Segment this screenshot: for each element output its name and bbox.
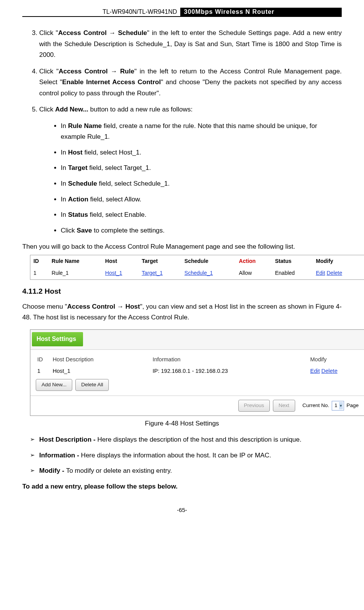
col-modify: Modify <box>309 354 359 365</box>
text: In <box>61 180 68 187</box>
text-bold: Modify - <box>39 467 66 474</box>
panel-title: Host Settings <box>32 332 83 346</box>
col-status: Status <box>272 255 313 268</box>
text-bold: Host <box>68 149 83 156</box>
cell-status: Enabled <box>272 267 313 279</box>
cell-id: 1 <box>30 267 48 279</box>
numbered-steps: Click "Access Control → Schedule" in the… <box>22 28 342 236</box>
delete-all-button[interactable]: Delete All <box>75 379 109 391</box>
text: Here displays the information about the … <box>81 452 271 459</box>
text-bold: Access Control → Host <box>67 303 140 310</box>
list-item: Information - Here displays the informat… <box>32 450 342 461</box>
text-bold: Rule Name <box>68 122 102 130</box>
text: field, select Target_1. <box>88 164 151 171</box>
section-heading: 4.11.2 Host <box>22 285 342 298</box>
text: field, select Host_1. <box>83 149 141 156</box>
delete-link[interactable]: Delete <box>327 270 342 276</box>
sub-item: In Action field, select Allow. <box>61 194 342 205</box>
delete-link[interactable]: Delete <box>321 368 337 374</box>
schedule-link[interactable]: Schedule_1 <box>184 270 213 276</box>
col-target: Target <box>139 255 181 268</box>
sub-item: In Schedule field, select Schedule_1. <box>61 178 342 189</box>
col-schedule: Schedule <box>181 255 236 268</box>
text-bold: Save <box>77 227 92 234</box>
col-id: ID <box>36 354 51 365</box>
next-button[interactable]: Next <box>273 400 295 412</box>
table-row: 1 Host_1 IP: 192.168.0.1 - 192.168.0.23 … <box>36 365 359 377</box>
text: To modify or delete an existing entry. <box>66 467 172 474</box>
page-label: Page <box>346 402 359 408</box>
table-row: 1 Rule_1 Host_1 Target_1 Schedule_1 Allo… <box>30 267 364 279</box>
step-5: Click Add New... button to add a new rul… <box>39 104 342 236</box>
cell-id: 1 <box>36 365 51 377</box>
col-desc: Host Description <box>51 354 151 365</box>
cell-modify: Edit Delete <box>309 365 359 377</box>
text: field, select Allow. <box>88 196 141 203</box>
sub-item: Click Save to complete the settings. <box>61 225 342 236</box>
text: Choose menu " <box>22 303 67 310</box>
chevron-down-icon: ▾ <box>339 402 343 409</box>
text-bold: Status <box>68 211 88 218</box>
edit-link[interactable]: Edit <box>316 270 325 276</box>
text: Click <box>39 106 55 113</box>
step-3: Click "Access Control → Schedule" in the… <box>39 28 342 61</box>
sub-item: In Host field, select Host_1. <box>61 147 342 158</box>
cell-action: Allow <box>236 267 272 279</box>
page-number: -65- <box>22 505 342 515</box>
cell-info: IP: 192.168.0.1 - 192.168.0.23 <box>151 365 309 377</box>
text: field, select Schedule_1. <box>97 180 170 187</box>
cell-host: Host_1 <box>102 267 139 279</box>
previous-button[interactable]: Previous <box>238 400 270 412</box>
text: In <box>61 164 68 171</box>
text-bold: Add New... <box>55 106 88 113</box>
text: In <box>61 122 68 130</box>
current-no-label: Current No. <box>303 402 329 408</box>
col-rule: Rule Name <box>48 255 102 268</box>
page-header: TL-WR940N/TL-WR941ND 300Mbps Wireless N … <box>22 8 342 17</box>
panel-buttons: Add New... Delete All <box>36 377 359 395</box>
text: Click <box>61 227 77 234</box>
rule-management-table: ID Rule Name Host Target Schedule Action… <box>30 255 364 280</box>
text-bold: Host Description - <box>39 436 97 443</box>
table-header-row: ID Rule Name Host Target Schedule Action… <box>30 255 364 268</box>
text: In <box>61 196 68 203</box>
sub-item: In Status field, select Enable. <box>61 209 342 221</box>
sub-bullets: In Rule Name field, create a name for th… <box>39 121 342 236</box>
description-list: Host Description - Here displays the des… <box>22 434 342 477</box>
col-modify: Modify <box>313 255 364 268</box>
col-info: Information <box>151 354 309 365</box>
host-link[interactable]: Host_1 <box>105 270 122 276</box>
panel-title-row: Host Settings <box>30 330 364 346</box>
text: to complete the settings. <box>92 227 165 234</box>
edit-link[interactable]: Edit <box>310 368 320 374</box>
sub-item: In Target field, select Target_1. <box>61 163 342 174</box>
panel-body: ID Host Description Information Modify 1… <box>30 349 364 396</box>
text-bold: Target <box>68 164 88 171</box>
cell-desc: Host_1 <box>51 365 151 377</box>
col-host: Host <box>102 255 139 268</box>
panel-footer: Previous Next Current No. 1▾ Page <box>30 396 364 416</box>
col-id: ID <box>30 255 48 268</box>
text-bold: Access Control → Schedule <box>58 29 147 37</box>
text-bold: Action <box>68 196 88 203</box>
host-paragraph: Choose menu "Access Control → Host", you… <box>22 301 342 323</box>
list-item: Modify - To modify or delete an existing… <box>32 465 342 477</box>
page-select[interactable]: 1▾ <box>332 401 344 411</box>
text: Click " <box>39 68 59 75</box>
list-item: Host Description - Here displays the des… <box>32 434 342 445</box>
cell-target: Target_1 <box>139 267 181 279</box>
back-text: Then you will go back to the Access Cont… <box>22 241 342 253</box>
text-bold: Enable Internet Access Control <box>62 78 161 86</box>
text-bold: Schedule <box>68 180 97 187</box>
text: Click " <box>39 29 58 37</box>
add-entry-heading: To add a new entry, please follow the st… <box>22 481 342 492</box>
add-new-button[interactable]: Add New... <box>36 379 72 391</box>
table-header-row: ID Host Description Information Modify <box>36 354 359 365</box>
figure-caption: Figure 4-48 Host Settings <box>22 418 342 429</box>
cell-modify: Edit Delete <box>313 267 364 279</box>
target-link[interactable]: Target_1 <box>142 270 163 276</box>
text: button to add a new rule as follows: <box>88 106 193 113</box>
sub-item: In Rule Name field, create a name for th… <box>61 121 342 143</box>
host-settings-panel: Host Settings ID Host Description Inform… <box>30 329 364 416</box>
page-value: 1 <box>334 402 337 408</box>
